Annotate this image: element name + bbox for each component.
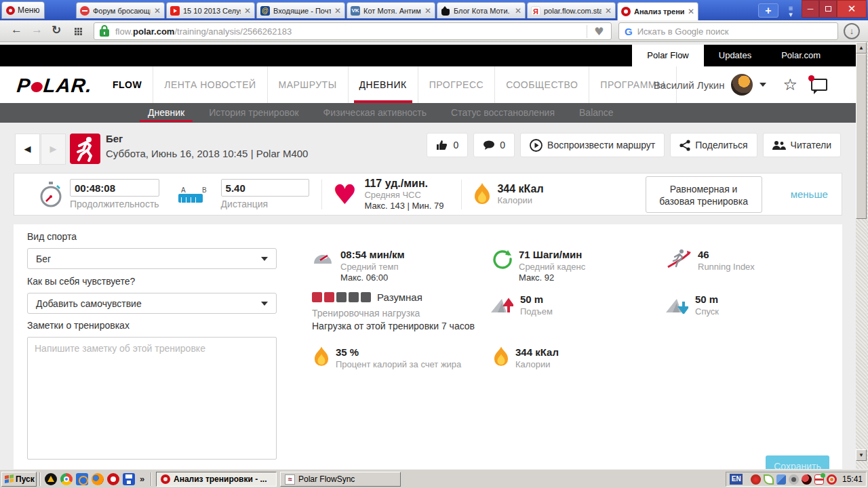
scrollbar-thumb[interactable] (856, 54, 867, 219)
speed-dial-icon[interactable] (75, 28, 82, 35)
tray-icon-4[interactable] (789, 474, 799, 485)
notes-textarea[interactable] (27, 337, 277, 460)
distance-input[interactable] (221, 179, 309, 197)
scroll-up-icon[interactable]: ▲ (856, 42, 867, 54)
browser-tab[interactable]: Блог Кота Моти. ✕ (437, 2, 526, 18)
scroll-down-icon[interactable]: ▼ (856, 449, 867, 461)
favorites-star-icon[interactable]: ☆ (783, 75, 797, 94)
nav-item-community[interactable]: СООБЩЕСТВО (495, 66, 589, 103)
nav-item-progress[interactable]: ПРОГРЕСС (418, 66, 495, 103)
play-icon (530, 139, 542, 152)
nav-item-routes[interactable]: МАРШРУТЫ (268, 66, 349, 103)
new-tab-button[interactable]: + (758, 3, 778, 18)
duration-input[interactable] (70, 179, 159, 197)
tray-icon-5[interactable] (802, 474, 812, 485)
tab-close-icon[interactable]: ✕ (154, 6, 161, 16)
page-viewport: Polar Flow Updates Polar.com PLAR. FLOW … (0, 42, 856, 469)
taskbar-divider (151, 472, 152, 486)
search-input[interactable] (637, 26, 832, 37)
replay-route-button[interactable]: Воспроизвести маршрут (520, 133, 665, 157)
avatar[interactable] (731, 74, 753, 96)
share-button[interactable]: Поделиться (670, 133, 757, 157)
minimize-button[interactable]: ─ (802, 0, 819, 18)
tray-icon-3[interactable] (776, 474, 787, 485)
nav-item-flow[interactable]: FLOW (102, 66, 153, 103)
training-actions: 0 0 Воспроизвести маршрут Поделиться Чит… (427, 133, 841, 157)
start-button[interactable]: Пуск (1, 472, 37, 487)
browser-tab[interactable]: Форум бросающи ✕ (76, 2, 165, 18)
user-name[interactable]: Василий Лукин (654, 79, 725, 91)
tab-close-icon[interactable]: ✕ (605, 6, 612, 16)
user-menu-caret-icon[interactable] (760, 83, 766, 87)
tray-icon-1[interactable] (751, 474, 761, 485)
tab-close-icon[interactable]: ✕ (515, 6, 521, 16)
training-benefit-box[interactable]: Равномерная и базовая тренировка (646, 176, 762, 213)
top-tab-polar-com[interactable]: Polar.com (766, 45, 835, 66)
like-button[interactable]: 0 (427, 133, 468, 157)
tray-icon-2[interactable] (764, 474, 774, 485)
notes-field-label: Заметки о тренировках (27, 320, 277, 331)
polar-logo[interactable]: PLAR. (16, 75, 93, 97)
notifications-icon[interactable] (811, 79, 827, 91)
running-index-stat: 46 Running Index (667, 249, 755, 272)
browser-tab-active[interactable]: Анализ тренировк ✕ (617, 2, 698, 20)
calories-flame-icon (474, 183, 490, 206)
page-scrollbar[interactable]: ▲ ▼ (856, 42, 867, 469)
sport-field-label: Вид спорта (27, 231, 277, 242)
browser-tab[interactable]: Я polar.flow.com.sta ✕ (527, 2, 616, 18)
subnav: Дневник История тренировок Физическая ак… (0, 103, 856, 123)
quicklaunch-overflow-chevron[interactable]: » (140, 474, 144, 484)
download-icon[interactable]: ↓ (844, 23, 860, 39)
tab-list-button[interactable]: ≡▾ (782, 3, 800, 18)
subnav-item-activity[interactable]: Физическая активность (311, 103, 439, 123)
chevron-down-icon (261, 257, 268, 261)
tab-close-icon[interactable]: ✕ (334, 6, 341, 16)
save-quicklaunch-icon[interactable] (123, 473, 135, 485)
browser-menu-button[interactable]: Меню (1, 1, 45, 19)
antivirus-quicklaunch-icon[interactable] (45, 473, 57, 485)
tray-icon-6[interactable] (814, 474, 825, 485)
search-box[interactable]: G (618, 22, 838, 40)
back-icon[interactable]: ← (11, 23, 22, 37)
restore-button[interactable] (819, 0, 837, 18)
tab-close-icon[interactable]: ✕ (244, 6, 251, 16)
forward-icon[interactable]: → (31, 23, 43, 37)
firefox-quicklaunch-icon[interactable] (92, 473, 104, 485)
comment-button[interactable]: 0 (473, 133, 515, 157)
subnav-item-recovery[interactable]: Статус восстановления (439, 103, 567, 123)
nav-item-diary[interactable]: ДНЕВНИК (349, 66, 418, 103)
windows-logo-icon (5, 474, 14, 485)
browser-tab[interactable]: @ Входящие - Почта ✕ (256, 2, 345, 18)
less-link[interactable]: меньше (791, 188, 828, 200)
top-tab-updates[interactable]: Updates (704, 45, 766, 66)
nav-item-feed[interactable]: ЛЕНТА НОВОСТЕЙ (153, 66, 267, 103)
language-indicator[interactable]: EN (730, 474, 743, 485)
subnav-item-diary[interactable]: Дневник (136, 103, 197, 123)
browser-tab[interactable]: 15 10 2013 Селуян ✕ (166, 2, 255, 18)
opera-quicklaunch-icon[interactable] (107, 473, 119, 485)
descent-icon (665, 293, 688, 314)
bookmark-heart-icon[interactable]: ♥ (587, 25, 611, 38)
close-button[interactable]: ✕ (837, 0, 867, 18)
readers-button[interactable]: Читатели (763, 133, 841, 157)
tab-close-icon[interactable]: ✕ (688, 7, 694, 16)
app-quicklaunch-icon[interactable] (76, 473, 88, 485)
next-training-button[interactable]: ▶ (41, 134, 66, 165)
start-label: Пуск (16, 474, 35, 484)
task-button[interactable]: ≈ Polar FlowSync (280, 472, 401, 487)
save-button[interactable]: Сохранить (766, 455, 829, 469)
feeling-select[interactable]: Добавить самочувствие (27, 293, 277, 314)
sport-field: Вид спорта Бег (27, 231, 277, 269)
chrome-quicklaunch-icon[interactable] (60, 473, 73, 485)
sport-select[interactable]: Бег (27, 248, 277, 269)
browser-tab[interactable]: VK Кот Мотя. Антимы ✕ (347, 2, 435, 18)
tab-close-icon[interactable]: ✕ (425, 6, 431, 16)
previous-training-button[interactable]: ◀ (15, 134, 40, 165)
task-button-active[interactable]: Анализ тренировки - ... (156, 472, 277, 487)
tray-icon-7[interactable] (827, 474, 837, 485)
subnav-item-balance[interactable]: Balance (567, 103, 626, 123)
address-bar[interactable]: flow.polar.com/training/analysis/2566262… (94, 22, 612, 40)
reload-icon[interactable]: ↻ (52, 23, 61, 37)
subnav-item-history[interactable]: История тренировок (197, 103, 311, 123)
top-tab-polar-flow[interactable]: Polar Flow (632, 45, 703, 66)
